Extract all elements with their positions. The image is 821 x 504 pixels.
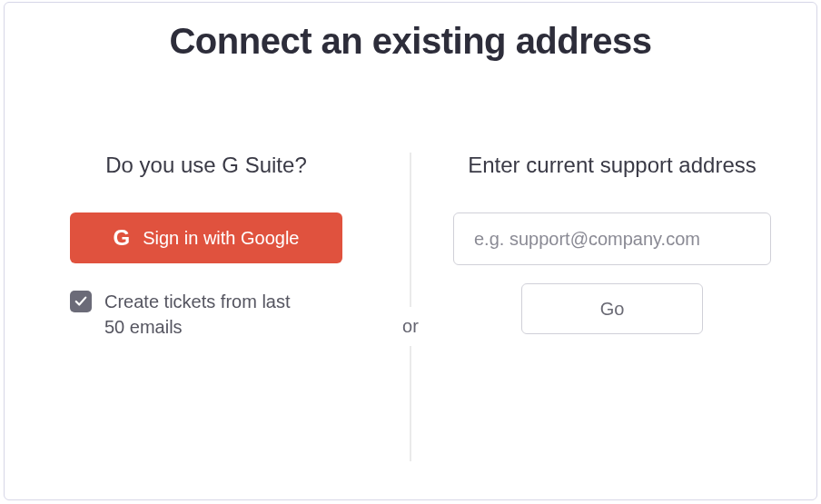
columns-wrapper: or Do you use G Suite? G Sign in with Go… — [5, 153, 816, 479]
support-address-heading: Enter current support address — [468, 153, 757, 178]
check-icon — [74, 295, 87, 308]
page-title: Connect an existing address — [5, 21, 816, 62]
go-button[interactable]: Go — [521, 283, 703, 334]
sign-in-with-google-button[interactable]: G Sign in with Google — [70, 212, 342, 263]
google-button-label: Sign in with Google — [143, 228, 299, 249]
right-column: Enter current support address Go — [408, 153, 816, 479]
create-tickets-checkbox-row: Create tickets from last 50 emails — [70, 289, 342, 340]
create-tickets-checkbox[interactable] — [70, 291, 92, 312]
connect-address-card: Connect an existing address or Do you us… — [4, 2, 817, 500]
google-g-icon: G — [114, 225, 131, 251]
create-tickets-checkbox-label: Create tickets from last 50 emails — [104, 289, 304, 340]
gsuite-heading: Do you use G Suite? — [105, 153, 306, 178]
or-separator-label: or — [397, 307, 424, 346]
support-email-input[interactable] — [453, 212, 771, 265]
left-column: Do you use G Suite? G Sign in with Googl… — [5, 153, 408, 479]
